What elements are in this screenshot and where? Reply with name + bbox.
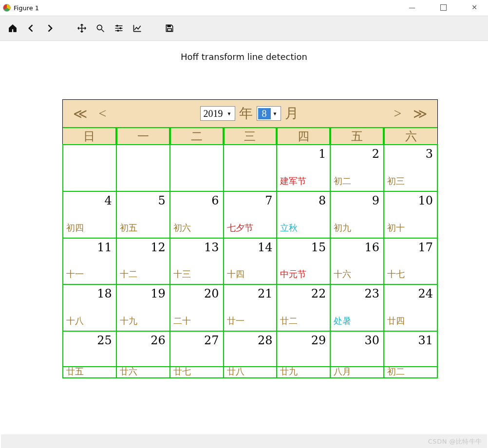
day-subtext: 初二 <box>334 175 351 187</box>
day-number: 27 <box>204 334 219 347</box>
day-number: 24 <box>418 287 433 300</box>
day-subtext: 十七 <box>387 268 405 280</box>
calendar-cell[interactable]: 3初三 <box>383 144 438 192</box>
back-icon[interactable] <box>24 21 38 35</box>
watermark: CSDN @比特牛牛 <box>428 437 482 446</box>
close-button[interactable] <box>466 0 483 16</box>
day-subtext: 七夕节 <box>227 222 253 234</box>
zoom-icon[interactable] <box>94 21 107 35</box>
day-number: 12 <box>150 241 166 254</box>
year-select[interactable]: 2019 ▼ <box>200 106 235 121</box>
sliders-icon[interactable] <box>112 21 126 35</box>
titlebar-left: Figure 1 <box>3 4 39 12</box>
calendar-cell[interactable] <box>62 144 117 192</box>
next-month-button[interactable]: > <box>394 106 402 122</box>
day-subtext: 初九 <box>334 222 351 234</box>
day-number: 29 <box>311 334 326 347</box>
day-subtext: 十一 <box>66 268 84 280</box>
save-icon[interactable] <box>163 21 176 35</box>
calendar-cell[interactable]: 30八月 <box>330 331 384 378</box>
month-select[interactable]: 8 ▼ <box>257 106 281 121</box>
calendar-cell[interactable]: 16十六 <box>330 238 384 285</box>
day-number: 16 <box>365 241 380 254</box>
calendar-cell[interactable]: 2初二 <box>330 144 384 192</box>
day-subtext: 廿二 <box>280 315 298 327</box>
forward-icon[interactable] <box>43 21 56 35</box>
svg-point-0 <box>97 25 102 30</box>
calendar-cell[interactable]: 31初二 <box>383 331 438 378</box>
home-icon[interactable] <box>6 21 19 35</box>
calendar-cell[interactable]: 9初九 <box>330 191 384 239</box>
calendar-cell[interactable]: 4初四 <box>62 191 117 239</box>
calendar-cell[interactable]: 8立秋 <box>276 191 331 239</box>
calendar-cell[interactable]: 27廿七 <box>169 331 224 378</box>
next-year-button[interactable]: ≫ <box>413 106 427 122</box>
day-number: 9 <box>372 194 379 207</box>
calendar-cell[interactable] <box>169 144 224 192</box>
weekday: 五 <box>330 128 384 145</box>
calendar-cell[interactable]: 11十一 <box>62 238 117 285</box>
nav-right: > ≫ <box>384 106 437 122</box>
nav-mid: 2019 ▼ 年 8 ▼ 月 <box>116 104 384 123</box>
day-subtext: 中元节 <box>280 268 306 280</box>
move-icon[interactable] <box>75 21 89 35</box>
day-subtext: 廿六 <box>120 366 137 377</box>
day-subtext: 十三 <box>173 268 191 280</box>
calendar-cell[interactable]: 26廿六 <box>116 331 170 378</box>
svg-rect-4 <box>168 25 171 27</box>
calendar-cell[interactable]: 18十八 <box>62 284 117 332</box>
day-number: 15 <box>311 241 326 254</box>
calendar-cell[interactable]: 6初六 <box>169 191 224 239</box>
calendar-cell[interactable]: 15中元节 <box>276 238 331 285</box>
calendar-image: ≪ < 2019 ▼ 年 8 ▼ 月 > ≫ 日 一 二 三 四 五 六 1建军… <box>62 99 438 378</box>
calendar-cell[interactable] <box>223 144 278 192</box>
day-subtext: 初五 <box>120 222 137 234</box>
calendar-cell[interactable]: 12十二 <box>116 238 170 285</box>
calendar-cell[interactable]: 7七夕节 <box>223 191 278 239</box>
calendar-cell[interactable]: 13十三 <box>169 238 224 285</box>
weekday: 三 <box>224 128 277 145</box>
day-number: 21 <box>258 287 273 300</box>
calendar-cell[interactable] <box>116 144 170 192</box>
plot-icon[interactable] <box>131 21 144 35</box>
day-subtext: 廿九 <box>280 366 298 377</box>
calendar-cell[interactable]: 19十九 <box>116 284 170 332</box>
calendar-cell[interactable]: 24廿四 <box>383 284 438 332</box>
day-subtext: 立秋 <box>280 222 298 234</box>
toolbar <box>0 16 488 41</box>
day-subtext: 十四 <box>227 268 244 280</box>
day-number: 23 <box>365 287 380 300</box>
calendar-cell[interactable]: 20二十 <box>169 284 224 332</box>
year-value: 2019 <box>202 108 225 119</box>
calendar-cell[interactable]: 25廿五 <box>62 331 117 378</box>
day-subtext: 初十 <box>387 222 405 234</box>
day-number: 11 <box>97 241 112 254</box>
day-number: 30 <box>365 334 380 347</box>
month-value: 8 <box>258 108 271 119</box>
day-number: 8 <box>319 194 326 207</box>
calendar-cell[interactable]: 29廿九 <box>276 331 331 378</box>
weekday: 六 <box>384 128 437 145</box>
calendar-cell[interactable]: 17十七 <box>383 238 438 285</box>
svg-point-2 <box>120 27 121 29</box>
minimize-button[interactable] <box>403 0 421 16</box>
calendar-cell[interactable]: 10初十 <box>383 191 438 239</box>
calendar-cell[interactable]: 22廿二 <box>276 284 331 332</box>
calendar-cell[interactable]: 28廿八 <box>223 331 278 378</box>
day-subtext: 十二 <box>120 268 137 280</box>
prev-year-button[interactable]: ≪ <box>73 106 87 122</box>
maximize-button[interactable] <box>434 0 452 16</box>
calendar-cell[interactable]: 21廿一 <box>223 284 278 332</box>
calendar-cell[interactable]: 5初五 <box>116 191 170 239</box>
day-number: 25 <box>97 334 112 347</box>
weekday: 日 <box>63 128 116 145</box>
calendar-cell[interactable]: 14十四 <box>223 238 278 285</box>
prev-month-button[interactable]: < <box>99 106 107 122</box>
calendar-cell[interactable]: 23处暑 <box>330 284 384 332</box>
app-icon <box>3 4 11 12</box>
calendar-cell[interactable]: 1建军节 <box>276 144 331 192</box>
day-number: 17 <box>418 241 433 254</box>
day-subtext: 初二 <box>387 366 405 377</box>
day-number: 5 <box>158 194 165 207</box>
nav-left: ≪ < <box>63 106 116 122</box>
